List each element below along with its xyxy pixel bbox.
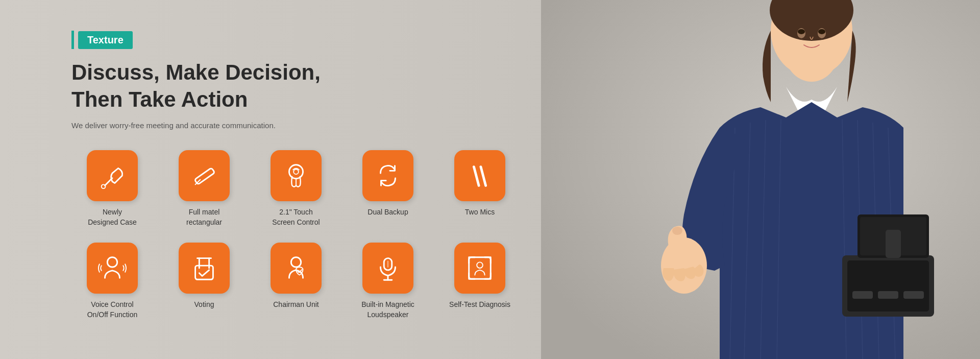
svg-rect-23 xyxy=(852,291,873,299)
content-area: Texture Discuss, Make Decision, Then Tak… xyxy=(71,31,516,320)
voting-icon-box xyxy=(179,243,230,294)
voice-control-label: Voice ControlOn/Off Function xyxy=(87,300,138,320)
svg-line-33 xyxy=(474,167,479,186)
svg-rect-25 xyxy=(903,291,924,299)
newly-designed-case-icon-box xyxy=(87,150,138,201)
chairman-unit-label: Chairman Unit xyxy=(273,300,318,310)
dual-backup-label: Dual Backup xyxy=(368,207,408,218)
svg-point-6 xyxy=(798,29,805,34)
heading-line1: Discuss, Make Decision, xyxy=(71,59,516,86)
two-mics-label: Two Mics xyxy=(465,207,495,218)
voice-control-icon-box xyxy=(87,243,138,294)
main-heading: Discuss, Make Decision, Then Take Action xyxy=(71,59,516,113)
magnetic-speaker-icon-box xyxy=(362,243,413,294)
feature-voting: Voting xyxy=(163,243,245,320)
self-test-label: Self-Test Diagnosis xyxy=(449,300,510,310)
texture-bar xyxy=(71,31,74,49)
texture-badge: Texture xyxy=(71,31,516,49)
feature-dual-backup: Dual Backup xyxy=(347,150,429,227)
touch-screen-icon-box xyxy=(271,150,322,201)
dual-backup-icon-box xyxy=(362,150,413,201)
svg-point-35 xyxy=(107,257,117,267)
feature-full-matel: Full matelrectangular xyxy=(163,150,245,227)
feature-voice-control: Voice ControlOn/Off Function xyxy=(71,243,153,320)
svg-point-30 xyxy=(289,165,303,179)
svg-line-34 xyxy=(481,167,486,186)
feature-self-test: Self-Test Diagnosis xyxy=(439,243,521,320)
svg-point-7 xyxy=(818,29,825,34)
chairman-unit-icon-box xyxy=(271,243,322,294)
svg-point-43 xyxy=(477,262,483,269)
magnetic-speaker-label: Built-in MagneticLoudspeaker xyxy=(361,300,414,320)
svg-rect-24 xyxy=(878,291,898,299)
svg-point-37 xyxy=(291,257,301,267)
feature-touch-screen: 2.1" TouchScreen Control xyxy=(255,150,337,227)
svg-point-27 xyxy=(102,184,106,188)
feature-two-mics: Two Mics xyxy=(439,150,521,227)
full-matel-label: Full matelrectangular xyxy=(186,207,222,227)
touch-screen-label: 2.1" TouchScreen Control xyxy=(272,207,320,227)
person-illustration xyxy=(541,0,980,359)
two-mics-icon-box xyxy=(454,150,505,201)
features-grid: NewlyDesigned Case Full matelrectangular xyxy=(71,150,516,320)
feature-chairman-unit: Chairman Unit xyxy=(255,243,337,320)
heading-line2: Then Take Action xyxy=(71,86,516,113)
newly-designed-case-label: NewlyDesigned Case xyxy=(88,207,137,227)
voting-label: Voting xyxy=(194,300,214,310)
svg-rect-22 xyxy=(886,230,901,258)
svg-rect-19 xyxy=(847,260,929,312)
svg-point-32 xyxy=(293,169,299,174)
svg-rect-36 xyxy=(195,266,213,279)
feature-newly-designed-case: NewlyDesigned Case xyxy=(71,150,153,227)
full-matel-icon-box xyxy=(179,150,230,201)
texture-label: Texture xyxy=(78,31,133,49)
subtext: We deliver worry-free meeting and accura… xyxy=(71,121,516,130)
feature-magnetic-speaker: Built-in MagneticLoudspeaker xyxy=(347,243,429,320)
svg-line-26 xyxy=(105,178,113,186)
self-test-icon-box xyxy=(454,243,505,294)
svg-point-17 xyxy=(672,227,682,235)
